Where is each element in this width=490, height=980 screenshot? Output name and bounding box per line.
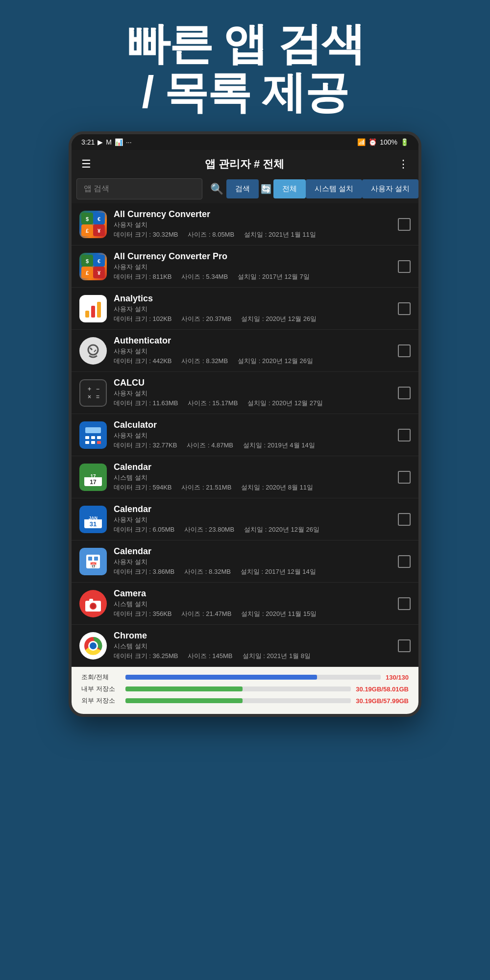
app-details: 데이터 크기 : 442KB 사이즈 : 8.32MB 설치일 : 2020년 … bbox=[114, 357, 391, 366]
svg-rect-24 bbox=[82, 382, 104, 404]
svg-rect-36 bbox=[97, 441, 101, 444]
stat-bar-container-external bbox=[125, 698, 351, 703]
app-checkbox[interactable] bbox=[398, 597, 411, 610]
app-name: All Currency Converter bbox=[114, 209, 391, 220]
list-item[interactable]: Analytics 사용자 설치 데이터 크기 : 102KB 사이즈 : 20… bbox=[72, 288, 418, 330]
svg-rect-17 bbox=[85, 311, 89, 318]
app-info: CALCU 사용자 설치 데이터 크기 : 11.63MB 사이즈 : 15.1… bbox=[114, 378, 391, 408]
app-checkbox[interactable] bbox=[398, 387, 411, 399]
app-details: 데이터 크기 : 32.77KB 사이즈 : 4.87MB 설치일 : 2019… bbox=[114, 441, 391, 450]
svg-rect-19 bbox=[97, 302, 101, 318]
hamburger-menu-icon[interactable]: ☰ bbox=[81, 158, 91, 171]
list-item[interactable]: 17 17 Calendar 시스템 설치 데이터 크기 : 594KB 사이즈… bbox=[72, 456, 418, 498]
svg-point-60 bbox=[90, 642, 97, 649]
list-item[interactable]: + − × = CALCU 사용자 설치 데이터 크기 : 11.63MB 사이… bbox=[72, 372, 418, 414]
app-date: 설치일 : 2020년 11월 15일 bbox=[241, 610, 317, 618]
app-size: 사이즈 : 145MB bbox=[188, 652, 232, 661]
app-date: 설치일 : 2021년 1월 8일 bbox=[243, 652, 311, 661]
app-size: 사이즈 : 21.47MB bbox=[181, 610, 231, 618]
status-right: 📶 ⏰ 100% 🔋 bbox=[357, 138, 409, 146]
app-data-size: 데이터 크기 : 442KB bbox=[114, 357, 172, 366]
app-data-size: 데이터 크기 : 594KB bbox=[114, 483, 172, 492]
app-checkbox[interactable] bbox=[398, 218, 411, 231]
app-data-size: 데이터 크기 : 32.77KB bbox=[114, 441, 177, 450]
tab-search[interactable]: 검색 bbox=[226, 179, 259, 198]
app-info: Calendar 시스템 설치 데이터 크기 : 594KB 사이즈 : 21.… bbox=[114, 462, 391, 492]
app-checkbox[interactable] bbox=[398, 639, 411, 652]
list-item[interactable]: $ € £ ¥ All Currency Converter 사용자 설치 데이… bbox=[72, 203, 418, 245]
app-icon-calendar-31: JAN 31 bbox=[79, 506, 107, 533]
app-data-size: 데이터 크기 : 11.63MB bbox=[114, 399, 178, 408]
app-name: All Currency Converter Pro bbox=[114, 251, 391, 262]
app-size: 사이즈 : 8.32MB bbox=[181, 357, 228, 366]
app-size: 사이즈 : 21.51MB bbox=[181, 483, 231, 492]
list-item[interactable]: JAN 31 Calendar 사용자 설치 데이터 크기 : 6.05MB 사… bbox=[72, 498, 418, 540]
app-info: Authenticator 사용자 설치 데이터 크기 : 442KB 사이즈 … bbox=[114, 336, 391, 366]
app-icon-currency2: $ € £ ¥ bbox=[79, 253, 107, 280]
search-box[interactable]: 앱 검색 bbox=[76, 178, 202, 199]
list-item[interactable]: Camera 시스템 설치 데이터 크기 : 356KB 사이즈 : 21.47… bbox=[72, 583, 418, 625]
app-size: 사이즈 : 15.17MB bbox=[188, 399, 238, 408]
refresh-icon[interactable]: 🔄 bbox=[259, 184, 273, 195]
app-name: Analytics bbox=[114, 294, 391, 304]
list-item[interactable]: 📅 Calendar 사용자 설치 데이터 크기 : 3.86MB 사이즈 : … bbox=[72, 540, 418, 583]
svg-text:+: + bbox=[88, 386, 91, 392]
app-date: 설치일 : 2020년 12월 26일 bbox=[241, 315, 317, 323]
tab-user[interactable]: 사용자 설치 bbox=[362, 179, 418, 198]
overflow-menu-icon[interactable]: ⋮ bbox=[398, 158, 409, 171]
app-checkbox[interactable] bbox=[398, 260, 411, 273]
search-icon-btn[interactable]: 🔍 bbox=[207, 183, 226, 196]
app-name: Calendar bbox=[114, 546, 391, 557]
app-icon-auth bbox=[79, 337, 107, 365]
app-date: 설치일 : 2019년 4월 14일 bbox=[243, 441, 315, 450]
status-bar: 3:21 ▶ M 📊 ··· 📶 ⏰ 100% 🔋 bbox=[72, 134, 418, 150]
svg-text:$: $ bbox=[86, 258, 89, 264]
app-date: 설치일 : 2020년 8월 11일 bbox=[241, 483, 313, 492]
app-install-type: 사용자 설치 bbox=[114, 347, 391, 356]
app-name: Camera bbox=[114, 588, 391, 599]
app-install-type: 사용자 설치 bbox=[114, 431, 391, 440]
app-date: 설치일 : 2020년 12월 26일 bbox=[244, 525, 319, 534]
app-icon-analytics bbox=[79, 295, 107, 322]
stat-label-total: 조회/전체 bbox=[81, 673, 121, 682]
app-details: 데이터 크기 : 3.86MB 사이즈 : 8.32MB 설치일 : 2017년… bbox=[114, 567, 391, 576]
app-checkbox[interactable] bbox=[398, 555, 411, 568]
tab-system[interactable]: 시스템 설치 bbox=[306, 179, 362, 198]
svg-rect-30 bbox=[85, 427, 101, 433]
app-details: 데이터 크기 : 30.32MB 사이즈 : 8.05MB 설치일 : 2021… bbox=[114, 230, 391, 239]
list-item[interactable]: Calculator 사용자 설치 데이터 크기 : 32.77KB 사이즈 :… bbox=[72, 414, 418, 456]
svg-rect-33 bbox=[97, 436, 101, 439]
app-size: 사이즈 : 23.80MB bbox=[184, 525, 234, 534]
svg-text:×: × bbox=[88, 393, 91, 400]
stat-value-internal: 30.19GB/58.01GB bbox=[356, 686, 409, 693]
app-info: Calculator 사용자 설치 데이터 크기 : 32.77KB 사이즈 :… bbox=[114, 420, 391, 450]
app-info: All Currency Converter Pro 사용자 설치 데이터 크기… bbox=[114, 251, 391, 281]
list-item[interactable]: $ € £ ¥ All Currency Converter Pro 사용자 설… bbox=[72, 245, 418, 288]
svg-text:17: 17 bbox=[90, 479, 97, 486]
list-item[interactable]: Chrome 시스템 설치 데이터 크기 : 36.25MB 사이즈 : 145… bbox=[72, 625, 418, 667]
app-checkbox[interactable] bbox=[398, 344, 411, 357]
stat-row-internal: 내부 저장소 30.19GB/58.01GB bbox=[81, 685, 409, 693]
app-data-size: 데이터 크기 : 811KB bbox=[114, 272, 172, 281]
app-checkbox[interactable] bbox=[398, 513, 411, 526]
app-name: Calculator bbox=[114, 420, 391, 430]
app-info: All Currency Converter 사용자 설치 데이터 크기 : 3… bbox=[114, 209, 391, 239]
app-icon-calendar-blue: 📅 bbox=[79, 548, 107, 575]
svg-rect-34 bbox=[85, 441, 89, 444]
svg-text:€: € bbox=[98, 258, 100, 264]
app-details: 데이터 크기 : 594KB 사이즈 : 21.51MB 설치일 : 2020년… bbox=[114, 483, 391, 492]
app-install-type: 사용자 설치 bbox=[114, 263, 391, 271]
app-checkbox[interactable] bbox=[398, 429, 411, 441]
tab-all[interactable]: 전체 bbox=[273, 179, 306, 198]
app-icon-currency1: $ € £ ¥ bbox=[79, 211, 107, 238]
stat-label-internal: 내부 저장소 bbox=[81, 685, 121, 693]
list-item[interactable]: Authenticator 사용자 설치 데이터 크기 : 442KB 사이즈 … bbox=[72, 330, 418, 372]
mail-icon: M bbox=[106, 138, 112, 146]
app-checkbox[interactable] bbox=[398, 471, 411, 484]
app-install-type: 사용자 설치 bbox=[114, 305, 391, 314]
app-date: 설치일 : 2021년 1월 11일 bbox=[244, 230, 316, 239]
app-install-type: 사용자 설치 bbox=[114, 220, 391, 229]
app-details: 데이터 크기 : 102KB 사이즈 : 20.37MB 설치일 : 2020년… bbox=[114, 315, 391, 323]
app-checkbox[interactable] bbox=[398, 302, 411, 315]
app-size: 사이즈 : 4.87MB bbox=[187, 441, 233, 450]
